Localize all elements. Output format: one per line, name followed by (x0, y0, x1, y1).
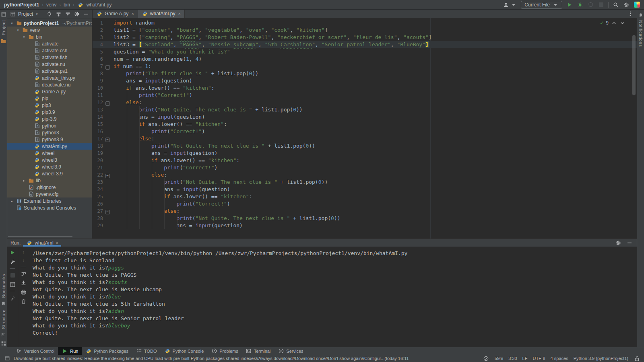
gutter[interactable]: 15 (93, 121, 114, 128)
gear-icon[interactable] (615, 240, 621, 246)
code-line[interactable]: 26 print("Correct!") (93, 200, 637, 208)
status-widget-lf[interactable]: LF (522, 356, 528, 361)
tab-whatami[interactable]: whatAmI.py × (138, 10, 185, 18)
gutter[interactable]: 9 (93, 77, 114, 84)
horizontal-scrollbar[interactable] (8, 236, 72, 237)
code-line[interactable]: 23 print("Not Quite. The next clue is " … (93, 179, 637, 186)
gutter[interactable]: 27− (93, 208, 114, 215)
gutter[interactable]: 24 (93, 186, 114, 193)
status-widget-4-spaces[interactable]: 4 spaces (551, 356, 568, 361)
code-line[interactable]: 6num = random.randrange(1, 4) (93, 56, 637, 63)
window-icon[interactable] (4, 355, 10, 362)
gutter[interactable]: 11 (93, 92, 114, 99)
vertical-scrollbar[interactable] (632, 35, 636, 95)
toolwindow-button-problems[interactable]: Problems (207, 347, 242, 355)
breadcrumb-item[interactable]: bin (64, 2, 70, 8)
tree-item-.gitignore[interactable]: .gitignore (7, 184, 92, 191)
code-line[interactable]: 17− else: (93, 135, 637, 142)
print-button[interactable] (20, 289, 27, 295)
chevron-down-icon[interactable]: ▾ (10, 21, 14, 25)
breadcrumb-item[interactable]: venv (46, 2, 56, 8)
gutter[interactable]: 14 (93, 113, 114, 121)
tree-item-pyvenv.cfg[interactable]: pyvenv.cfg (7, 191, 92, 197)
tree-item-wheel3.9[interactable]: wheel3.9 (7, 163, 92, 170)
code-line[interactable]: 28 print("Not Quite. The next clue is " … (93, 215, 637, 222)
fold-icon[interactable]: − (103, 135, 112, 142)
gutter[interactable]: 22− (93, 171, 114, 179)
restore-layout-button[interactable] (9, 281, 16, 288)
tree-item-whatami.py[interactable]: whatAmI.py (7, 143, 92, 150)
inspections-widget[interactable]: ✓ 9 (600, 20, 625, 26)
tree-item-external-libraries[interactable]: ▸External Libraries (7, 197, 92, 204)
locate-file-button[interactable] (46, 11, 52, 17)
code-area[interactable]: 1import random2list1 = ["counter", "boar… (93, 19, 637, 229)
tab-game-a[interactable]: Game A.py × (93, 10, 138, 18)
tree-item-wheel[interactable]: wheel (7, 150, 92, 156)
code-line[interactable]: 13 print("Not Quite. The next clue is " … (93, 106, 637, 113)
panel-settings-button[interactable] (74, 11, 80, 17)
code-line[interactable]: 25 if ans.lower() == "kitchen": (93, 193, 637, 200)
coverage-button[interactable] (587, 2, 594, 8)
close-icon[interactable]: × (178, 11, 181, 16)
code-line[interactable]: 11 print("Correct!") (93, 92, 637, 99)
gutter[interactable]: 5 (93, 48, 114, 56)
project-folder-icon[interactable] (0, 38, 7, 44)
code-line[interactable]: 4list3 = ["Scotland", "PAGGS", "Nessie s… (93, 41, 637, 48)
sidebar-item-project[interactable]: Project (1, 20, 6, 35)
tree-item-activate.ps1[interactable]: activate.ps1 (7, 68, 92, 74)
stop-button[interactable] (598, 2, 604, 8)
more-options-icon[interactable] (627, 10, 634, 17)
code-line[interactable]: 18 print("Not Quite. The next clue is " … (93, 142, 637, 150)
fold-icon[interactable]: − (103, 99, 112, 106)
code-line[interactable]: 2list1 = ["counter", "board", "vegetable… (93, 27, 637, 34)
gutter[interactable]: 3 (93, 34, 114, 41)
tree-item-game-a.py[interactable]: Game A.py (7, 88, 92, 95)
tree-item-pip-3.9[interactable]: pip-3.9 (7, 115, 92, 122)
code-line[interactable]: 21 print("Correct!") (93, 164, 637, 171)
code-line[interactable]: 20 if ans.lower() == "kitchen": (93, 157, 637, 164)
toolwindow-button-run[interactable]: Run (58, 347, 82, 355)
status-widget-utf-8[interactable]: UTF-8 (533, 356, 545, 361)
code-line[interactable]: 3list2 = ["camping", "PAGGS", "Robert Ba… (93, 34, 637, 41)
gutter[interactable]: 26 (93, 200, 114, 208)
fold-icon[interactable]: − (103, 63, 112, 70)
pin-tab-button[interactable] (9, 294, 16, 301)
gutter[interactable]: 1 (93, 19, 114, 27)
tree-item-scratches-and-consoles[interactable]: Scratches and Consoles (7, 204, 92, 211)
status-message-link[interactable]: Download once (295, 356, 326, 361)
toolwindow-button-terminal[interactable]: Terminal (242, 347, 275, 355)
gutter[interactable]: 17− (93, 135, 114, 142)
gutter[interactable]: 7− (93, 63, 114, 70)
stop-process-button[interactable] (9, 272, 16, 278)
code-line[interactable]: 19 ans = input(question) (93, 150, 637, 157)
chevron-down-icon[interactable]: ▾ (16, 28, 20, 32)
status-message-link[interactable]: Always download (258, 356, 293, 361)
edit-configuration-button[interactable] (9, 259, 16, 265)
tree-item-lib[interactable]: ▸lib (7, 177, 92, 184)
scroll-to-end-button[interactable] (20, 280, 27, 286)
gutter[interactable]: 8 (93, 70, 114, 77)
tree-item-deactivate.nu[interactable]: deactivate.nu (7, 81, 92, 88)
hide-panel-button[interactable] (83, 11, 89, 17)
gutter[interactable]: 25 (93, 193, 114, 200)
tree-item-wheel3[interactable]: wheel3 (7, 156, 92, 163)
code-line[interactable]: 5question = "What do you think it is?" (93, 48, 637, 56)
code-line[interactable]: 10 if ans.lower() == "kitchen": (93, 84, 637, 92)
chevron-up-icon[interactable] (611, 20, 617, 26)
down-stack-trace-button[interactable]: ↓ (22, 258, 25, 263)
status-message-link[interactable]: Configur... (364, 356, 384, 361)
tree-item-pip[interactable]: pip (7, 95, 92, 102)
tree-item-activate[interactable]: activate (7, 40, 92, 47)
gutter[interactable]: 18 (93, 142, 114, 150)
fold-icon[interactable]: − (103, 171, 112, 179)
tree-item-python3[interactable]: ?python3 (7, 129, 92, 136)
up-stack-trace-button[interactable]: ↑ (22, 249, 25, 255)
gutter[interactable]: 13 (93, 106, 114, 113)
close-icon[interactable]: × (131, 11, 134, 16)
soft-wrap-button[interactable] (20, 270, 27, 277)
minimize-icon[interactable] (626, 240, 633, 246)
gutter[interactable]: 4 (93, 41, 114, 48)
chevron-right-icon[interactable]: ▸ (22, 179, 26, 183)
user-menu[interactable] (503, 2, 517, 8)
breadcrumb-item[interactable]: whatAmI.py (87, 2, 112, 8)
